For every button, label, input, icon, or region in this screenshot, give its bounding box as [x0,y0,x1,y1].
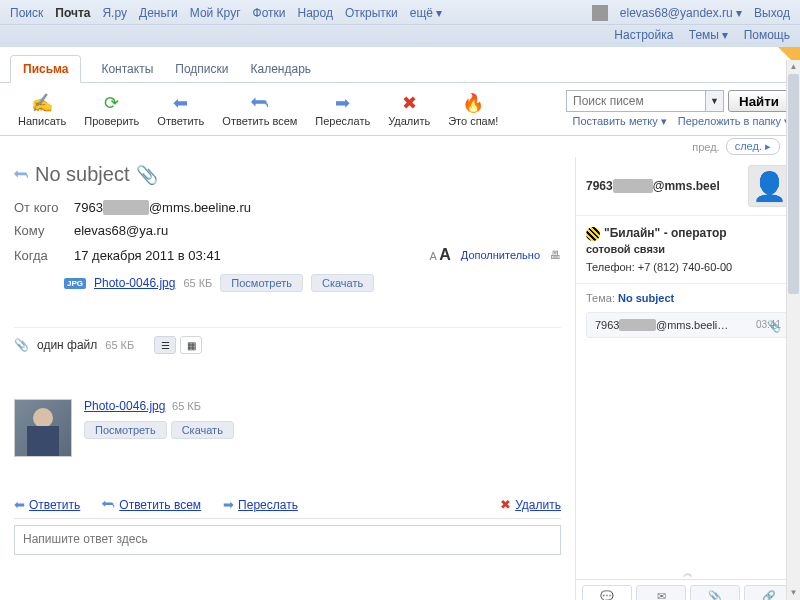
thread-subject[interactable]: No subject [618,292,674,304]
action-reply[interactable]: ⬅Ответить [14,497,80,512]
reply-textarea[interactable] [14,525,561,555]
to-value: elevas68@ya.ru [74,223,168,238]
spam-button[interactable]: 🔥Это спам! [440,89,506,129]
date-value: 17 декабря 2011 в 03:41 [74,248,221,263]
tab-mail[interactable]: Письма [10,55,81,83]
download-attachment-button[interactable]: Скачать [311,274,374,292]
attachment-icon: 📎 [136,164,158,186]
files-total-size: 65 КБ [105,339,134,351]
font-size-toggle[interactable]: A A [429,246,450,264]
message-subject: No subject [35,163,130,186]
nav-photos[interactable]: Фотки [253,6,286,20]
side-chat-button[interactable]: 💬 [582,585,632,600]
thread-clip-icon: 📎 [767,320,781,333]
beeline-icon [586,227,600,241]
compose-button[interactable]: ✍Написать [10,89,74,129]
contact-email: 7963xxx@mms.beel [586,179,720,193]
chevron-up-icon[interactable]: ︽ [683,566,693,580]
view-grid-button[interactable]: ▦ [180,336,202,354]
attachment-link[interactable]: Photo-0046.jpg [94,276,175,290]
scroll-down-icon[interactable]: ▼ [787,586,800,600]
help-link[interactable]: Помощь [744,28,790,42]
company-phone: Телефон: +7 (812) 740-60-00 [586,261,790,273]
themes-link[interactable]: Темы ▾ [689,28,729,42]
more-link[interactable]: Дополнительно [461,249,540,261]
nav-cards[interactable]: Открытки [345,6,398,20]
nav-more[interactable]: ещё ▾ [410,6,443,20]
clip-icon: 📎 [14,338,29,352]
side-mail-button[interactable]: ✉ [636,585,686,600]
user-email-link[interactable]: elevas68@yandex.ru ▾ [620,6,742,20]
search-input[interactable] [566,90,706,112]
tab-contacts[interactable]: Контакты [99,56,155,82]
exit-link[interactable]: Выход [754,6,790,20]
nav-yaru[interactable]: Я.ру [102,6,127,20]
view-button[interactable]: Посмотреть [84,421,167,439]
user-avatar [592,5,608,21]
action-delete[interactable]: ✖Удалить [500,497,561,512]
attachment-thumbnail[interactable] [14,399,72,457]
attachment-item-size: 65 КБ [172,400,201,412]
tab-calendar[interactable]: Календарь [249,56,314,82]
thread-item[interactable]: 7963xxx@mms.beelin... 03:41 📎 [586,312,790,338]
files-count-label: один файл [37,338,97,352]
to-label: Кому [14,223,64,238]
attachment-size: 65 КБ [183,277,212,289]
scrollbar-thumb[interactable] [788,74,799,294]
from-label: От кого [14,200,64,215]
thread-theme-label: Тема: [586,292,615,304]
view-attachment-button[interactable]: Посмотреть [220,274,303,292]
company-name: "Билайн" - оператор [604,226,727,240]
from-value: 7963xxxx@mms.beeline.ru [74,200,251,215]
attachment-name-link[interactable]: Photo-0046.jpg [84,399,165,413]
tab-subscriptions[interactable]: Подписки [173,56,230,82]
forward-button[interactable]: ➡Переслать [307,89,378,129]
download-button[interactable]: Скачать [171,421,234,439]
scroll-up-icon[interactable]: ▲ [787,60,800,74]
view-list-button[interactable]: ☰ [154,336,176,354]
delete-button[interactable]: ✖Удалить [380,89,438,129]
action-reply-all[interactable]: ⮪Ответить всем [102,497,201,512]
nav-narod[interactable]: Народ [298,6,333,20]
nav-circle[interactable]: Мой Круг [190,6,241,20]
thread-from: 7963xxx@mms.beelin... [595,319,730,331]
scrollbar[interactable]: ▲ ▼ [786,60,800,600]
check-button[interactable]: ⟳Проверить [76,89,147,129]
move-folder-link[interactable]: Переложить в папку ▾ [678,115,790,127]
company-sub: сотовой связи [586,243,790,255]
set-label-link[interactable]: Поставить метку ▾ [573,115,667,127]
search-dropdown[interactable]: ▼ [706,90,724,112]
reply-button[interactable]: ⬅Ответить [149,89,212,129]
reply-indicator-icon: ⮪ [14,166,29,183]
nav-search[interactable]: Поиск [10,6,43,20]
contact-avatar: 👤 [748,165,790,207]
settings-link[interactable]: Настройка [614,28,673,42]
pager-next[interactable]: след. ▸ [726,138,780,155]
date-label: Когда [14,248,64,263]
print-icon[interactable]: 🖶 [550,249,561,261]
action-forward[interactable]: ➡Переслать [223,497,298,512]
jpg-badge-icon: JPG [64,278,86,289]
nav-mail[interactable]: Почта [55,6,90,20]
side-attach-button[interactable]: 📎 [690,585,740,600]
reply-all-button[interactable]: ⮪Ответить всем [214,89,305,129]
search-button[interactable]: Найти [728,90,790,112]
nav-money[interactable]: Деньги [139,6,178,20]
pager-prev: пред. [692,141,719,153]
